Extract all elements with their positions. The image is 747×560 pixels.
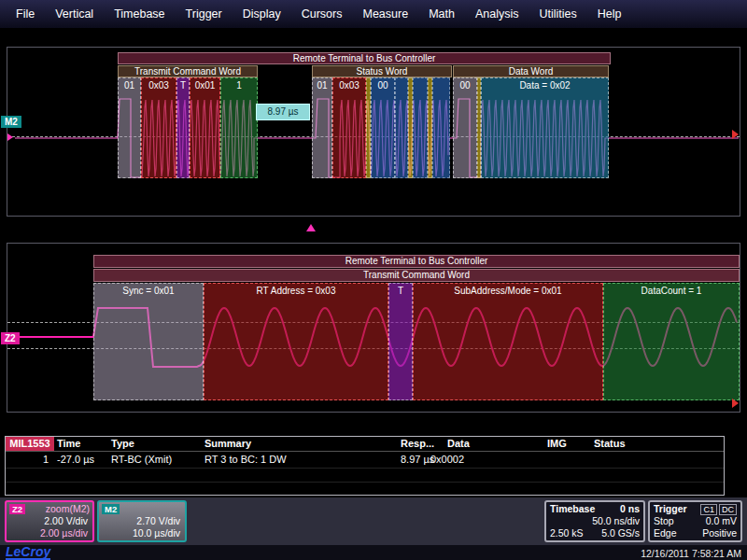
seg-cmd-datacount: 1	[220, 77, 258, 178]
status-flag-stripe	[432, 77, 450, 178]
decode-title-top: Remote Terminal to Bus Controller	[118, 52, 611, 64]
timebase-scale: 50.0 ns/div	[592, 515, 640, 527]
timebase-offset: 0 ns	[620, 503, 640, 515]
z2-descriptor-box[interactable]: Z2 zoom(M2) 2.00 V/div 2.00 µs/div	[5, 500, 94, 542]
menu-timebase[interactable]: Timebase	[104, 7, 175, 21]
seg-data-value: Data = 0x02	[481, 77, 609, 178]
group-label-command-word: Transmit Command Word	[118, 65, 258, 77]
menu-file[interactable]: File	[6, 7, 45, 21]
seg-data-sync: 00	[453, 77, 477, 178]
decode-table: MIL1553 Time Type Summary Resp... Data I…	[5, 436, 725, 496]
group-label-data-word: Data Word	[453, 65, 609, 77]
seg-status-address: 0x03	[332, 77, 366, 178]
menu-utilities[interactable]: Utilities	[529, 7, 586, 21]
zseg-datacount: DataCount = 1	[603, 283, 740, 400]
group-label-status-word: Status Word	[312, 65, 452, 77]
z2-time-per-div: 2.00 µs/div	[7, 527, 92, 539]
col-header-summary: Summary	[204, 438, 251, 449]
zseg-subaddress-mode: SubAddress/Mode = 0x01	[413, 283, 603, 400]
cell-data: 0x0002	[430, 454, 464, 465]
timebase-samples: 2.50 kS	[550, 527, 584, 539]
cell-resp: 8.97 µs	[401, 454, 434, 465]
zseg-rt-address: RT Address = 0x03	[204, 283, 388, 400]
row-divider	[6, 468, 724, 469]
trigger-box[interactable]: Trigger C1DC Stop0.0 mV EdgePositive	[648, 500, 742, 542]
trigger-position-marker[interactable]	[306, 224, 316, 231]
seg-cmd-subaddress: 0x01	[190, 77, 220, 178]
m2-descriptor-box[interactable]: M2 2.70 V/div 10.0 µs/div	[97, 500, 187, 542]
lecroy-logo: LeCroy	[6, 545, 50, 560]
channel-badge-m2[interactable]: M2	[1, 116, 21, 128]
z2-descriptor-badge: Z2	[9, 504, 25, 514]
menu-measure[interactable]: Measure	[352, 7, 418, 21]
m2-descriptor-badge: M2	[102, 504, 120, 514]
trigger-coupling-badge: DC	[719, 504, 737, 515]
decode-subtitle-bottom: Transmit Command Word	[93, 269, 740, 282]
row-divider	[6, 482, 724, 483]
col-header-time: Time	[57, 438, 80, 449]
decode-title-bottom: Remote Terminal to Bus Controller	[93, 255, 740, 268]
trigger-source-badge: C1	[700, 504, 717, 515]
menu-analysis[interactable]: Analysis	[465, 7, 529, 21]
col-header-type: Type	[111, 438, 134, 449]
col-header-status: Status	[594, 438, 626, 449]
status-flag-stripe	[413, 77, 428, 178]
menu-cursors[interactable]: Cursors	[291, 7, 353, 21]
menu-bar: File Vertical Timebase Trigger Display C…	[0, 0, 747, 28]
seg-status-sync: 01	[312, 77, 332, 178]
timebase-box[interactable]: Timebase0 ns 50.0 ns/div 2.50 kS5.0 GS/s	[544, 500, 645, 542]
menu-vertical[interactable]: Vertical	[45, 7, 104, 21]
menu-trigger[interactable]: Trigger	[176, 7, 233, 21]
menu-math[interactable]: Math	[418, 7, 465, 21]
col-header-img: IMG	[547, 438, 567, 449]
top-waveform-panel: Remote Terminal to Bus Controller Transm…	[7, 47, 740, 217]
seg-status-code: 00	[371, 77, 395, 178]
bottom-waveform-panel: Remote Terminal to Bus Controller Transm…	[7, 243, 740, 413]
m2-time-per-div: 10.0 µs/div	[99, 527, 185, 539]
col-header-resp: Resp...	[401, 438, 434, 449]
cell-index: 1	[43, 454, 49, 465]
seg-cmd-tr-bit: T	[176, 77, 190, 178]
z2-offscreen-arrow-icon	[732, 399, 739, 408]
channel-badge-z2[interactable]: Z2	[1, 332, 20, 344]
timebase-label: Timebase	[550, 503, 595, 515]
col-header-data: Data	[447, 438, 470, 449]
cell-time: -27.0 µs	[57, 454, 94, 465]
status-flag-stripe	[395, 77, 408, 178]
table-header-divider	[6, 451, 724, 452]
zseg-sync: Sync = 0x01	[93, 283, 204, 400]
menu-display[interactable]: Display	[233, 7, 291, 21]
trigger-mode: Stop	[654, 515, 674, 527]
response-time-label: 8.97 µs	[256, 104, 310, 120]
zseg-tr-bit: T	[388, 283, 413, 400]
z2-volts-per-div: 2.00 V/div	[7, 515, 92, 527]
cell-type: RT-BC (Xmit)	[111, 454, 172, 465]
trigger-level: 0.0 mV	[706, 515, 737, 527]
decode-table-protocol-badge[interactable]: MIL1553	[6, 437, 54, 451]
datetime-stamp: 12/16/2011 7:58:21 AM	[641, 548, 741, 559]
m2-volts-per-div: 2.70 V/div	[99, 515, 185, 527]
footer-strip	[0, 545, 747, 560]
timebase-rate: 5.0 GS/s	[601, 527, 640, 539]
m2-trace-level-indicator	[7, 133, 13, 141]
menu-help[interactable]: Help	[587, 7, 632, 21]
seg-cmd-sync: 01	[118, 77, 141, 178]
scope-screen: File Vertical Timebase Trigger Display C…	[0, 0, 747, 560]
z2-descriptor-title: zoom(M2)	[46, 503, 90, 514]
m2-offscreen-arrow-icon	[732, 130, 739, 139]
trigger-type: Edge	[654, 527, 677, 539]
cell-summary: RT 3 to BC: 1 DW	[204, 454, 287, 465]
trigger-label: Trigger	[654, 503, 687, 515]
seg-cmd-rt-address: 0x03	[141, 77, 176, 178]
trigger-slope: Positive	[702, 527, 737, 539]
